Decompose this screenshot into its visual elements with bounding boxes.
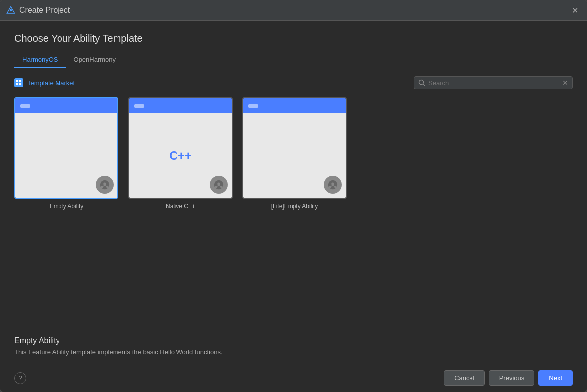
card-header-dots-cpp bbox=[134, 104, 144, 108]
template-label-lite-empty-ability: [Lite]Empty Ability bbox=[271, 203, 318, 210]
description-text: This Feature Ability template implements… bbox=[14, 348, 573, 356]
search-clear-button[interactable]: ✕ bbox=[562, 79, 568, 87]
toolbar: Template Market ✕ bbox=[14, 76, 573, 89]
card-header-dots-lite bbox=[248, 104, 258, 108]
template-market-link[interactable]: Template Market bbox=[14, 78, 75, 87]
card-badge-lite-empty-ability bbox=[324, 176, 342, 194]
template-card-inner-native-cpp: C++ bbox=[128, 97, 233, 199]
template-card-native-cpp[interactable]: C++ Native C++ bbox=[128, 97, 233, 210]
tabs-container: HarmonyOS OpenHarmony bbox=[14, 52, 573, 68]
card-body-native-cpp: C++ bbox=[129, 113, 232, 198]
svg-rect-2 bbox=[16, 80, 18, 82]
card-badge-native-cpp bbox=[210, 176, 228, 194]
search-input[interactable] bbox=[428, 79, 559, 87]
svg-line-7 bbox=[423, 84, 425, 86]
template-label-empty-ability: Empty Ability bbox=[50, 203, 84, 210]
svg-rect-3 bbox=[19, 80, 21, 82]
footer-buttons: Cancel Previous Next bbox=[444, 370, 573, 386]
header-dot-lite bbox=[248, 104, 258, 108]
template-card-empty-ability[interactable]: Empty Ability bbox=[14, 97, 118, 210]
next-button[interactable]: Next bbox=[538, 370, 573, 386]
search-box: ✕ bbox=[414, 76, 573, 89]
svg-point-9 bbox=[103, 182, 106, 185]
template-market-icon bbox=[14, 78, 23, 87]
title-bar: Create Project ✕ bbox=[0, 0, 587, 21]
help-button[interactable]: ? bbox=[14, 372, 26, 384]
title-bar-left: Create Project bbox=[6, 6, 70, 15]
title-bar-text: Create Project bbox=[19, 6, 70, 15]
badge-icon-native-cpp bbox=[213, 179, 224, 190]
cpp-label: C++ bbox=[169, 149, 191, 163]
card-header-lite bbox=[243, 98, 346, 113]
description-section: Empty Ability This Feature Ability templ… bbox=[14, 327, 573, 356]
svg-point-6 bbox=[419, 80, 424, 85]
app-logo-icon bbox=[6, 6, 15, 15]
svg-point-15 bbox=[217, 182, 220, 185]
badge-icon-empty-ability bbox=[99, 179, 110, 190]
badge-icon-lite-empty-ability bbox=[327, 179, 338, 190]
close-button[interactable]: ✕ bbox=[569, 4, 581, 16]
create-project-dialog: Create Project ✕ Choose Your Ability Tem… bbox=[0, 0, 587, 392]
svg-rect-5 bbox=[19, 83, 21, 85]
card-header bbox=[15, 98, 117, 113]
template-card-lite-empty-ability[interactable]: [Lite]Empty Ability bbox=[242, 97, 347, 210]
template-market-label: Template Market bbox=[27, 79, 75, 87]
header-dot bbox=[20, 104, 30, 108]
svg-point-1 bbox=[10, 9, 12, 12]
description-title: Empty Ability bbox=[14, 336, 573, 345]
card-body-lite-empty-ability bbox=[243, 113, 346, 198]
template-card-inner-empty-ability bbox=[14, 97, 118, 199]
header-dot-cpp bbox=[134, 104, 144, 108]
search-icon bbox=[418, 79, 425, 86]
main-content: Choose Your Ability Template HarmonyOS O… bbox=[0, 21, 587, 364]
card-header-cpp bbox=[129, 98, 232, 113]
page-title: Choose Your Ability Template bbox=[14, 33, 573, 44]
tab-harmonyos[interactable]: HarmonyOS bbox=[14, 52, 66, 68]
previous-button[interactable]: Previous bbox=[489, 370, 535, 386]
svg-point-21 bbox=[331, 182, 334, 185]
card-header-dots bbox=[20, 104, 30, 108]
cancel-button[interactable]: Cancel bbox=[444, 370, 484, 386]
template-label-native-cpp: Native C++ bbox=[166, 203, 195, 210]
tab-openharmony[interactable]: OpenHarmony bbox=[66, 52, 124, 68]
footer: ? Cancel Previous Next bbox=[0, 364, 587, 392]
svg-rect-4 bbox=[16, 83, 18, 85]
template-card-inner-lite-empty-ability bbox=[242, 97, 347, 199]
card-body-empty-ability bbox=[15, 113, 117, 198]
card-badge-empty-ability bbox=[96, 176, 114, 194]
templates-grid: Empty Ability C++ bbox=[14, 97, 573, 210]
